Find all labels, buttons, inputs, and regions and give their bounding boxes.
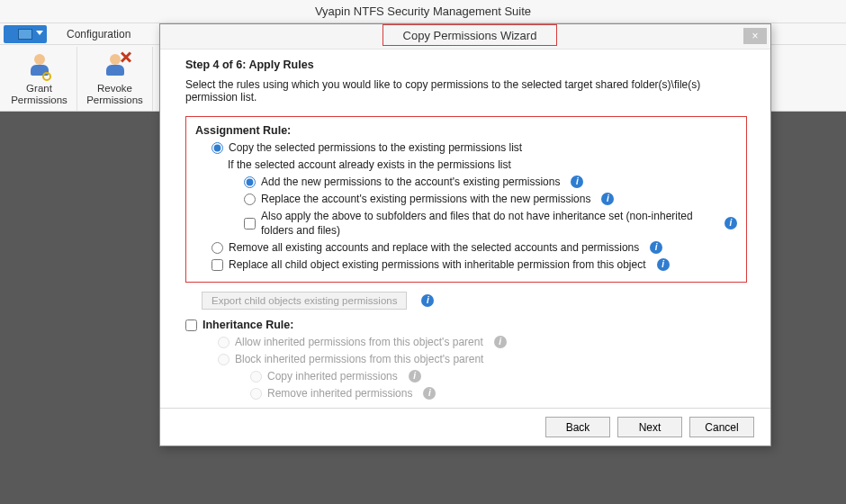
radio-replace-account[interactable] (244, 194, 256, 205)
info-icon: i (409, 370, 421, 382)
copy-permissions-wizard-dialog: Copy Permissions Wizard × Step 4 of 6: A… (159, 23, 771, 446)
if-exists-note: If the selected account already exists i… (228, 158, 737, 172)
label-if-exists: If the selected account already exists i… (228, 158, 511, 172)
info-icon: i (423, 387, 436, 400)
assignment-rule-section: Assignment Rule: Copy the selected permi… (185, 116, 747, 283)
info-icon[interactable]: i (571, 176, 583, 188)
chevron-down-icon (36, 31, 43, 35)
dialog-title: Copy Permissions Wizard (403, 29, 537, 42)
cancel-button[interactable]: Cancel (689, 417, 754, 437)
label-copy-selected: Copy the selected permissions to the exi… (229, 140, 522, 155)
label-block-inherited: Block inherited permissions from this ob… (235, 352, 483, 366)
label-remove-all: Remove all existing accounts and replace… (229, 240, 639, 255)
radio-copy-selected[interactable] (212, 142, 223, 154)
menu-configuration[interactable]: Configuration (54, 23, 143, 44)
info-icon[interactable]: i (601, 193, 614, 205)
label-allow-inherited: Allow inherited permissions from this ob… (235, 335, 483, 349)
export-child-objects-button: Export child objects existing permission… (202, 292, 407, 310)
label-inheritance-heading: Inheritance Rule: (202, 319, 293, 331)
menu-configuration-label: Configuration (67, 28, 130, 40)
app-menu-glyph (18, 29, 32, 40)
label-copy-inherited: Copy inherited permissions (267, 369, 398, 383)
label-replace-child: Replace all child object existing permis… (229, 257, 646, 272)
next-button[interactable]: Next (617, 417, 682, 437)
label-replace-account: Replace the account's existing permissio… (261, 192, 590, 206)
radio-remove-all[interactable] (212, 242, 223, 254)
grant-permissions-icon (24, 50, 55, 81)
checkbox-replace-child[interactable] (212, 259, 223, 271)
radio-allow-inherited (218, 337, 230, 348)
option-remove-inherited: Remove inherited permissions i (250, 386, 747, 400)
info-icon[interactable]: i (657, 258, 670, 271)
app-title-bar: Vyapin NTFS Security Management Suite (0, 0, 846, 23)
radio-add-new[interactable] (244, 176, 256, 188)
dialog-title-highlight: Copy Permissions Wizard (382, 24, 557, 46)
close-button[interactable]: × (743, 28, 767, 44)
option-replace-child[interactable]: Replace all child object existing permis… (212, 257, 737, 272)
app-title: Vyapin NTFS Security Management Suite (315, 4, 531, 18)
radio-copy-inherited (250, 371, 262, 382)
dialog-footer: Back Next Cancel (160, 408, 770, 446)
ribbon-revoke-label: Revoke Permissions (86, 83, 143, 106)
option-replace-account[interactable]: Replace the account's existing permissio… (244, 192, 737, 206)
checkbox-also-apply[interactable] (244, 218, 256, 230)
radio-remove-inherited (250, 388, 262, 400)
assignment-rule-heading: Assignment Rule: (195, 124, 737, 137)
info-icon[interactable]: i (421, 294, 434, 307)
info-icon[interactable]: i (724, 217, 737, 230)
option-remove-all[interactable]: Remove all existing accounts and replace… (212, 240, 737, 255)
app-menu-icon[interactable] (4, 25, 47, 43)
dialog-body: Step 4 of 6: Apply Rules Select the rule… (160, 50, 770, 408)
step-title: Step 4 of 6: Apply Rules (185, 58, 747, 71)
ribbon-grant-permissions[interactable]: Grant Permissions (2, 47, 77, 111)
option-block-inherited: Block inherited permissions from this ob… (218, 352, 747, 366)
revoke-permissions-icon (100, 50, 130, 81)
option-copy-selected[interactable]: Copy the selected permissions to the exi… (212, 140, 737, 155)
label-also-apply: Also apply the above to subfolders and f… (261, 209, 714, 238)
inheritance-rule-heading[interactable]: Inheritance Rule: (185, 319, 747, 331)
info-icon: i (494, 336, 507, 348)
checkbox-inheritance-rule[interactable] (185, 320, 197, 331)
option-add-new[interactable]: Add the new permissions to the account's… (244, 175, 737, 189)
option-copy-inherited: Copy inherited permissions i (250, 369, 747, 383)
dialog-title-bar: Copy Permissions Wizard × (160, 24, 770, 50)
ribbon-grant-label: Grant Permissions (11, 83, 68, 106)
ribbon-revoke-permissions[interactable]: Revoke Permissions (77, 47, 153, 111)
label-add-new: Add the new permissions to the account's… (261, 175, 560, 189)
label-remove-inherited: Remove inherited permissions (267, 386, 412, 400)
option-also-apply[interactable]: Also apply the above to subfolders and f… (244, 209, 737, 238)
back-button[interactable]: Back (545, 417, 610, 437)
radio-block-inherited (218, 354, 230, 365)
info-icon[interactable]: i (650, 241, 662, 254)
step-description: Select the rules using which you would l… (185, 78, 747, 104)
close-icon: × (752, 30, 758, 42)
option-allow-inherited: Allow inherited permissions from this ob… (218, 335, 747, 349)
export-row: Export child objects existing permission… (202, 292, 434, 310)
